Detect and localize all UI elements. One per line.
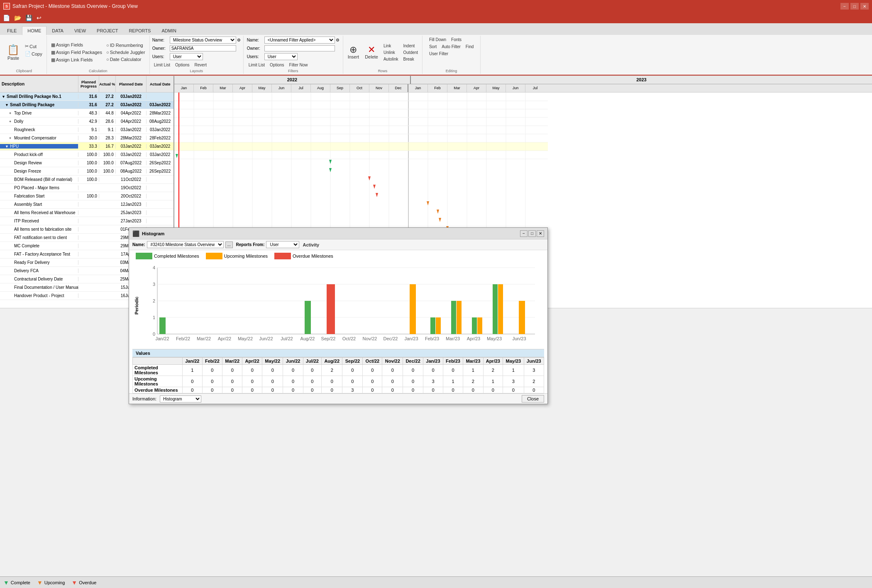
month-mar23: Mar (447, 84, 467, 92)
dialog-information-type-select[interactable]: Histogram (160, 395, 201, 403)
table-row[interactable]: ▼Small Drilling Package 31.6 27.2 03Jan2… (0, 101, 173, 109)
bar-may23-upcoming (498, 284, 503, 334)
table-row[interactable]: Design Freeze 100.0 100.0 08Aug2022 26Se… (0, 167, 173, 176)
svg-text:2: 2 (153, 298, 155, 303)
table-row[interactable]: Assembly Start 12Jan2023 (0, 200, 173, 209)
expand-icon[interactable]: + (9, 136, 13, 140)
expand-icon[interactable]: + (9, 111, 13, 115)
milestone-red (368, 176, 371, 181)
filters-name-select[interactable]: <Unnamed Filter Applied> (264, 37, 335, 44)
filters-owner-input[interactable] (264, 45, 335, 51)
dialog-reports-from-select[interactable]: User (266, 241, 299, 248)
outdent-button[interactable]: Outdent (402, 49, 420, 56)
layouts-name-select[interactable]: Milestone Status Overview (170, 37, 236, 44)
dialog-minimize-button[interactable]: − (520, 230, 528, 237)
expand-icon[interactable]: ▼ (5, 103, 9, 107)
table-row[interactable]: PO Placed - Major Items 19Oct2022 (0, 184, 173, 192)
header-description: Description (0, 76, 78, 92)
filter-now-button[interactable]: Filter Now (288, 62, 310, 68)
layouts-users-select[interactable]: User (170, 53, 203, 60)
dialog-close-btn[interactable]: Close (522, 395, 544, 403)
month-may22: May (252, 84, 272, 92)
layouts-revert-button[interactable]: Revert (193, 62, 208, 68)
minimize-button[interactable]: − (840, 3, 849, 10)
schedule-juggler-button[interactable]: ○ Schedule Juggler (105, 49, 147, 56)
sort-button[interactable]: Sort (427, 44, 438, 50)
find-button[interactable]: Find (464, 44, 475, 50)
values-col-jan23: Jan/23 (423, 358, 443, 365)
link-button[interactable]: Link (382, 43, 400, 49)
tab-data[interactable]: DATA (46, 26, 69, 35)
filters-options-button[interactable]: Options (268, 62, 286, 68)
table-row[interactable]: Fabrication Start 100.0 20Oct2022 (0, 192, 173, 200)
dialog-legend: Completed Milestones Upcoming Milestones… (129, 250, 547, 262)
status-complete: ▼ Complete (3, 579, 30, 586)
layouts-options-button[interactable]: Options (173, 62, 191, 68)
layouts-label: Layouts (190, 68, 203, 73)
assign-link-fields-button[interactable]: ▦ Assign Link Fields (49, 56, 104, 63)
svg-text:1: 1 (153, 315, 155, 320)
rows-label: Rows (378, 68, 388, 73)
tab-home[interactable]: HOME (22, 26, 46, 35)
maximize-button[interactable]: □ (850, 3, 859, 10)
layouts-options-icon: ⚙ (237, 38, 241, 42)
fill-down-button[interactable]: Fill Down (427, 37, 448, 43)
table-row[interactable]: Design Review 100.0 100.0 07Aug2022 26Se… (0, 159, 173, 167)
expand-icon[interactable]: ▼ (2, 95, 6, 99)
filters-users-select[interactable]: User (264, 53, 298, 60)
qa-save-button[interactable]: 💾 (24, 15, 34, 21)
tab-project[interactable]: PROJECT (91, 26, 123, 35)
cut-button[interactable]: ✂ Cut (23, 43, 44, 50)
qa-undo-button[interactable]: ↩ (35, 15, 43, 21)
dialog-name-select[interactable]: #32410 Milestone Status Overview (147, 241, 224, 248)
milestone-orange (437, 210, 439, 214)
month-jun22: Jun (272, 84, 291, 92)
filters-limit-list-button[interactable]: Limit List (247, 62, 266, 68)
id-renumbering-button[interactable]: ○ ID Renumbering (105, 42, 147, 49)
user-filter-button[interactable]: User Filter (427, 51, 450, 57)
copy-button[interactable]: 📄 Copy (23, 50, 44, 57)
indent-button[interactable]: Indent (402, 43, 420, 49)
dialog-name-browse-button[interactable]: ... (225, 242, 233, 248)
assign-field-packages-button[interactable]: ▦ Assign Field Packages (49, 49, 104, 56)
close-button[interactable]: ✕ (860, 3, 869, 10)
bar-aug22-completed (305, 301, 311, 334)
tab-view[interactable]: VIEW (69, 26, 91, 35)
tab-admin[interactable]: ADMIN (156, 26, 181, 35)
dialog-maximize-button[interactable]: □ (528, 230, 536, 237)
tab-file[interactable]: FILE (2, 26, 22, 35)
table-row[interactable]: ▼Small Drilling Package No.1 31.6 27.2 0… (0, 93, 173, 101)
values-col-jul22: Jul/22 (303, 358, 321, 365)
date-calculator-button[interactable]: ○ Date Calculator (105, 56, 147, 63)
expand-icon[interactable]: + (9, 120, 13, 124)
table-row[interactable]: ITP Received 27Jan2023 (0, 217, 173, 225)
delete-icon: ✕ (368, 45, 375, 54)
table-row[interactable]: +Top Drive 48.3 44.8 04Apr2022 28Mar2022 (0, 109, 173, 117)
qa-new-button[interactable]: 📄 (2, 15, 11, 21)
table-row[interactable]: All Items Received at Warehouse 25Jan202… (0, 209, 173, 217)
paste-button[interactable]: 📋 Paste (4, 43, 22, 62)
delete-button[interactable]: ✕ Delete (363, 44, 380, 61)
table-row[interactable]: +Mounted Compensator 30.0 28.3 28Mar2022… (0, 134, 173, 142)
assign-fields-button[interactable]: ▦ Assign Fields (49, 41, 104, 49)
qa-open-button[interactable]: 📂 (13, 15, 22, 21)
table-row[interactable]: +Dolly 42.9 28.6 04Apr2022 08Aug2022 (0, 117, 173, 126)
table-row[interactable]: BOM Released (Bill of material) 100.0 11… (0, 176, 173, 184)
table-row[interactable]: ▼HPU 33.3 16.7 03Jan2022 03Jan2022 (0, 142, 173, 151)
fonts-button[interactable]: Fonts (449, 37, 463, 43)
layouts-group: Name: Milestone Status Overview ⚙ Owner:… (150, 36, 244, 74)
dialog-app-icon: ⬛ (132, 230, 139, 237)
autolink-button[interactable]: Autolink (382, 56, 400, 62)
dialog-close-button[interactable]: ✕ (537, 230, 544, 237)
insert-button[interactable]: ⊕ Insert (346, 44, 362, 61)
unlink-button[interactable]: Unlink (382, 49, 400, 56)
layouts-limit-list-button[interactable]: Limit List (152, 62, 172, 68)
tab-reports[interactable]: REPORTS (123, 26, 156, 35)
break-button[interactable]: Break (402, 56, 420, 62)
table-row[interactable]: Product kick-off 100.0 100.0 03Jan2022 0… (0, 151, 173, 159)
layouts-owner-input[interactable] (170, 45, 236, 51)
auto-filter-button[interactable]: Auto Filter (440, 44, 462, 50)
bar-mar23-upcoming (457, 301, 462, 334)
expand-icon[interactable]: ▼ (5, 144, 9, 149)
table-row[interactable]: Roughneck 9.1 9.1 03Jan2022 03Jan2022 (0, 126, 173, 134)
